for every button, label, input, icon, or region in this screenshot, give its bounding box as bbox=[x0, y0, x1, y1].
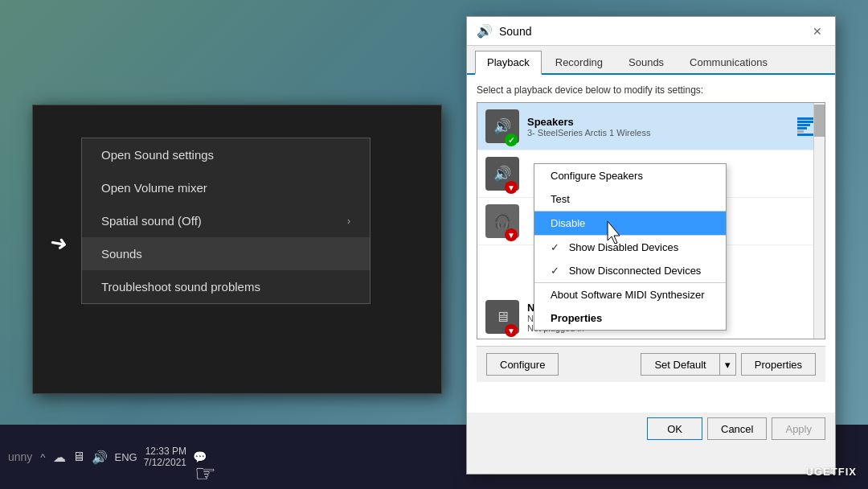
open-volume-mixer-item[interactable]: Open Volume mixer bbox=[82, 171, 370, 204]
ctx-configure-speakers[interactable]: Configure Speakers bbox=[534, 164, 726, 187]
dialog-title-area: 🔊 Sound bbox=[477, 23, 531, 39]
language-label: ENG bbox=[114, 451, 137, 463]
check-icon-2: ✓ bbox=[551, 265, 559, 277]
sound-dialog: 🔊 Sound ✕ Playback Recording Sounds Comm… bbox=[466, 16, 836, 475]
cloud-icon: ☁ bbox=[53, 450, 66, 465]
ok-button[interactable]: OK bbox=[647, 417, 702, 440]
check-icon-1: ✓ bbox=[551, 241, 559, 253]
dialog-body: Select a playback device below to modify… bbox=[467, 75, 835, 413]
footer-right-buttons: Set Default ▾ Properties bbox=[641, 353, 816, 376]
sound-title-icon: 🔊 bbox=[477, 23, 493, 39]
ctx-show-disabled[interactable]: ✓ Show Disabled Devices bbox=[534, 236, 726, 259]
properties-button[interactable]: Properties bbox=[741, 353, 816, 376]
taskbar-datetime: 12:33 PM 7/12/2021 bbox=[144, 446, 186, 468]
annotation-arrow-icon: ➜ bbox=[47, 229, 69, 257]
ctx-properties[interactable]: Properties bbox=[534, 306, 726, 330]
speakers-name: Speakers bbox=[527, 116, 792, 128]
open-sound-settings-item[interactable]: Open Sound settings bbox=[82, 138, 370, 171]
cancel-button[interactable]: Cancel bbox=[707, 417, 767, 440]
dialog-close-button[interactable]: ✕ bbox=[809, 23, 825, 39]
set-default-group: Set Default ▾ bbox=[641, 353, 735, 376]
monitor-icon: 🖥 bbox=[72, 450, 85, 464]
configure-button[interactable]: Configure bbox=[486, 353, 559, 376]
taskbar-caret-icon: ^ bbox=[40, 451, 45, 463]
headphones-icon: 🎧 ▼ bbox=[485, 204, 519, 238]
tab-sounds[interactable]: Sounds bbox=[616, 51, 676, 73]
device2-icon: 🔊 ▼ bbox=[485, 157, 519, 191]
device-list: 🔊 ✓ Speakers 3- SteelSeries Arctis 1 Wir… bbox=[477, 102, 825, 339]
ctx-test[interactable]: Test bbox=[534, 187, 726, 211]
troubleshoot-item[interactable]: Troubleshoot sound problems bbox=[82, 270, 370, 303]
taskbar-context-area: Open Sound settings Open Volume mixer Sp… bbox=[32, 105, 442, 394]
device-list-scrollbar[interactable] bbox=[813, 103, 825, 339]
context-menu: Open Sound settings Open Volume mixer Sp… bbox=[81, 138, 371, 304]
speakers-icon: 🔊 ✓ bbox=[485, 109, 519, 143]
ctx-about-midi[interactable]: About Software MIDI Synthesizer bbox=[534, 283, 726, 306]
dialog-footer-row: Configure Set Default ▾ Properties bbox=[477, 346, 825, 382]
dialog-action-buttons: OK Cancel Apply bbox=[467, 413, 835, 448]
headphones-status-icon: ▼ bbox=[505, 228, 518, 241]
spatial-sound-item[interactable]: Spatial sound (Off) › bbox=[82, 204, 370, 237]
volume-icon[interactable]: 🔊 bbox=[92, 450, 108, 465]
speakers-status-icon: ✓ bbox=[505, 134, 518, 146]
sounds-item[interactable]: Sounds ➜ bbox=[82, 237, 370, 270]
device-context-menu: Configure Speakers Test Disable ✓ Show D… bbox=[534, 163, 727, 331]
submenu-arrow-icon: › bbox=[347, 216, 350, 227]
ctx-show-disconnected[interactable]: ✓ Show Disconnected Devices bbox=[534, 259, 726, 282]
tab-playback[interactable]: Playback bbox=[475, 51, 542, 75]
ctx-disable[interactable]: Disable bbox=[534, 212, 726, 235]
device-speakers[interactable]: 🔊 ✓ Speakers 3- SteelSeries Arctis 1 Wir… bbox=[477, 103, 825, 150]
nvidia-icon: 🖥 ▼ bbox=[485, 300, 519, 334]
tab-communications[interactable]: Communications bbox=[678, 51, 780, 73]
device2-status-icon: ▼ bbox=[505, 181, 518, 194]
watermark: UGETFIX bbox=[806, 466, 857, 478]
footer-left-buttons: Configure bbox=[486, 353, 559, 376]
taskbar-system-icons: ☁ 🖥 🔊 ENG bbox=[53, 450, 137, 465]
cursor-annotation: ☞ bbox=[194, 459, 216, 487]
set-default-arrow-button[interactable]: ▾ bbox=[719, 353, 736, 376]
dialog-instruction-text: Select a playback device below to modify… bbox=[477, 84, 825, 96]
tab-recording[interactable]: Recording bbox=[543, 51, 615, 73]
dialog-title: Sound bbox=[499, 25, 531, 38]
scrollbar-thumb bbox=[814, 105, 825, 137]
nvidia-status-icon: ▼ bbox=[505, 324, 518, 337]
speakers-desc: 3- SteelSeries Arctis 1 Wireless bbox=[527, 128, 792, 138]
set-default-button[interactable]: Set Default bbox=[641, 353, 719, 376]
speakers-info: Speakers 3- SteelSeries Arctis 1 Wireles… bbox=[527, 116, 792, 138]
dialog-titlebar: 🔊 Sound ✕ bbox=[467, 17, 835, 46]
apply-button[interactable]: Apply bbox=[772, 417, 825, 440]
dialog-tabs: Playback Recording Sounds Communications bbox=[467, 46, 835, 75]
taskbar-username: unny bbox=[8, 450, 32, 463]
